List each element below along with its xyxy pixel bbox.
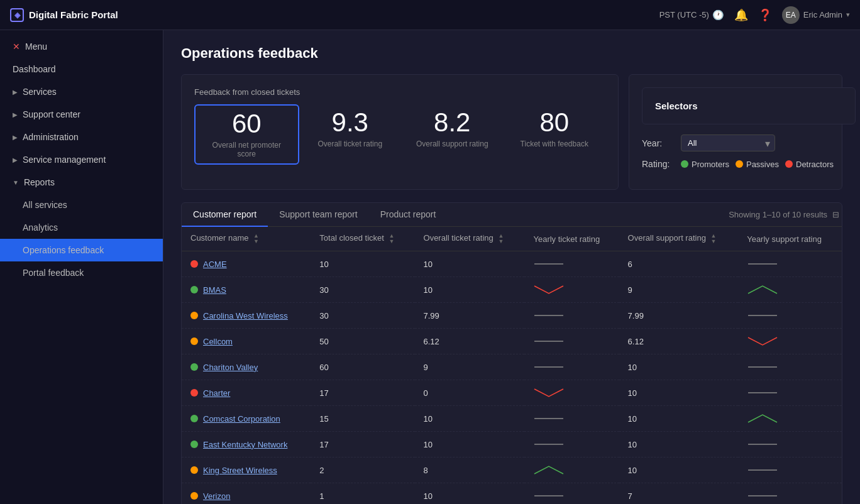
sidebar-item-portal-feedback[interactable]: Portal feedback bbox=[0, 261, 163, 284]
table-row: Charter 17 0 10 bbox=[182, 380, 842, 406]
cell-overall-support-rating: 10 bbox=[619, 457, 739, 483]
col-overall-ticket-rating[interactable]: Overall ticket rating ▲▼ bbox=[415, 227, 525, 251]
year-select-wrapper: All 2024 2023 2022 bbox=[681, 134, 775, 151]
cell-customer-name[interactable]: King Street Wireless bbox=[182, 457, 311, 483]
timezone-label: PST (UTC -5) bbox=[659, 10, 709, 19]
cell-yearly-ticket-rating bbox=[524, 251, 619, 277]
notifications-icon[interactable]: 🔔 bbox=[734, 8, 748, 22]
year-select[interactable]: All 2024 2023 2022 bbox=[681, 134, 775, 151]
detractors-badge[interactable]: Detractors bbox=[785, 160, 834, 169]
cell-yearly-ticket-rating bbox=[524, 277, 619, 303]
table-body: ACME 10 10 6 BMAS 30 10 9 bbox=[182, 251, 842, 505]
metric-ticket-feedback-value: 80 bbox=[511, 109, 598, 136]
chevron-right-icon: ▶ bbox=[13, 111, 18, 118]
col-customer-name[interactable]: Customer name ▲▼ bbox=[182, 227, 311, 251]
cell-customer-name[interactable]: Cellcom bbox=[182, 329, 311, 354]
cell-customer-name[interactable]: Carolina West Wireless bbox=[182, 303, 311, 329]
sidebar-item-label: Operations feedback bbox=[23, 245, 104, 255]
promoters-badge[interactable]: Promoters bbox=[681, 160, 729, 169]
sidebar: ✕ Menu Dashboard ▶ Services ▶ Support ce… bbox=[0, 30, 163, 504]
passives-dot bbox=[736, 160, 743, 168]
cell-customer-name[interactable]: Charter bbox=[182, 380, 311, 406]
tab-product-report[interactable]: Product report bbox=[369, 203, 448, 227]
cell-customer-name[interactable]: East Kentucky Network bbox=[182, 432, 311, 457]
sidebar-item-label: Dashboard bbox=[13, 64, 56, 74]
cell-customer-name[interactable]: Chariton Valley bbox=[182, 354, 311, 380]
rating-badges: Promoters Passives Detractors bbox=[681, 160, 834, 169]
sidebar-item-label: Service management bbox=[23, 155, 106, 165]
help-icon[interactable]: ❓ bbox=[758, 8, 772, 22]
cell-total-closed-ticket: 60 bbox=[311, 354, 414, 380]
table-row: ACME 10 10 6 bbox=[182, 251, 842, 277]
chevron-right-icon: ▶ bbox=[13, 89, 18, 96]
metric-ticket-rating-value: 9.3 bbox=[307, 109, 394, 136]
passives-badge[interactable]: Passives bbox=[736, 160, 779, 169]
cards-row: Feedback from closed tickets 60 Overall … bbox=[181, 74, 842, 190]
sidebar-item-analytics[interactable]: Analytics bbox=[0, 216, 163, 239]
cell-yearly-support-rating bbox=[738, 432, 842, 457]
cell-yearly-ticket-rating bbox=[524, 329, 619, 354]
sidebar-item-operations-feedback[interactable]: Operations feedback bbox=[0, 239, 163, 261]
app-logo[interactable]: ◈ Digital Fabric Portal bbox=[10, 8, 659, 22]
sidebar-item-services[interactable]: ▶ Services bbox=[0, 80, 163, 103]
cell-yearly-support-rating bbox=[738, 354, 842, 380]
yearly-support-chart bbox=[747, 361, 778, 373]
cell-yearly-support-rating bbox=[738, 406, 842, 432]
cell-yearly-ticket-rating bbox=[524, 406, 619, 432]
yearly-support-chart bbox=[747, 335, 778, 348]
user-menu[interactable]: EA Eric Admin ▾ bbox=[782, 6, 850, 24]
cell-overall-support-rating: 6 bbox=[619, 251, 739, 277]
cell-customer-name[interactable]: BMAS bbox=[182, 277, 311, 303]
cell-overall-support-rating: 6.12 bbox=[619, 329, 739, 354]
cell-customer-name[interactable]: ACME bbox=[182, 251, 311, 277]
close-icon: ✕ bbox=[13, 41, 20, 52]
tab-support-team-report[interactable]: Support team report bbox=[268, 203, 369, 227]
metric-support-rating-value: 8.2 bbox=[409, 109, 496, 136]
col-overall-support-rating[interactable]: Overall support rating ▲▼ bbox=[619, 227, 739, 251]
cell-total-closed-ticket: 15 bbox=[311, 406, 414, 432]
promoters-label: Promoters bbox=[692, 160, 729, 169]
yearly-support-chart bbox=[747, 438, 778, 451]
detractors-label: Detractors bbox=[796, 160, 834, 169]
table-row: BMAS 30 10 9 bbox=[182, 277, 842, 303]
sidebar-item-service-management[interactable]: ▶ Service management bbox=[0, 148, 163, 171]
selectors-card: Selectors Year: All 2024 2023 2022 Ratin… bbox=[629, 74, 842, 190]
tab-customer-report[interactable]: Customer report bbox=[182, 203, 268, 227]
detractors-dot bbox=[785, 160, 793, 168]
metric-nps-value: 60 bbox=[203, 111, 290, 137]
chevron-down-icon: ▼ bbox=[13, 179, 19, 186]
sidebar-item-support-center[interactable]: ▶ Support center bbox=[0, 103, 163, 126]
cell-yearly-support-rating bbox=[738, 483, 842, 505]
yearly-ticket-chart bbox=[533, 386, 565, 399]
sidebar-item-reports[interactable]: ▼ Reports bbox=[0, 171, 163, 194]
sidebar-item-dashboard[interactable]: Dashboard bbox=[0, 58, 163, 80]
tabs-right: Showing 1–10 of 10 results ⊟ bbox=[729, 210, 842, 219]
yearly-ticket-chart bbox=[533, 438, 565, 451]
sidebar-item-all-services[interactable]: All services bbox=[0, 194, 163, 216]
yearly-ticket-chart bbox=[533, 258, 565, 270]
cell-total-closed-ticket: 10 bbox=[311, 251, 414, 277]
customer-report-table: Customer name ▲▼ Total closed ticket ▲▼ … bbox=[182, 227, 842, 504]
report-table-container: Customer report Support team report Prod… bbox=[181, 202, 842, 504]
filter-icon[interactable]: ⊟ bbox=[832, 210, 839, 219]
metric-support-rating: 8.2 Overall support rating bbox=[401, 104, 504, 165]
cell-yearly-support-rating bbox=[738, 251, 842, 277]
chevron-right-icon: ▶ bbox=[13, 134, 18, 141]
sidebar-item-label: Services bbox=[23, 87, 57, 97]
cell-customer-name[interactable]: Comcast Corporation bbox=[182, 406, 311, 432]
sidebar-item-administration[interactable]: ▶ Administration bbox=[0, 126, 163, 148]
yearly-ticket-chart bbox=[533, 283, 565, 296]
table-row: Verizon 1 10 7 bbox=[182, 483, 842, 505]
cell-yearly-support-rating bbox=[738, 457, 842, 483]
metric-ticket-rating-label: Overall ticket rating bbox=[307, 140, 394, 148]
col-total-closed-ticket[interactable]: Total closed ticket ▲▼ bbox=[311, 227, 414, 251]
yearly-ticket-chart bbox=[533, 335, 565, 348]
sidebar-menu-toggle[interactable]: ✕ Menu bbox=[0, 35, 163, 58]
yearly-support-chart bbox=[747, 258, 778, 270]
metric-support-rating-label: Overall support rating bbox=[409, 140, 496, 148]
year-selector-row: Year: All 2024 2023 2022 bbox=[642, 134, 829, 151]
main-content: Operations feedback Feedback from closed… bbox=[163, 30, 860, 504]
sidebar-item-label: All services bbox=[23, 200, 67, 210]
cell-customer-name[interactable]: Verizon bbox=[182, 483, 311, 505]
metric-ticket-feedback-label: Ticket with feedback bbox=[511, 140, 598, 148]
